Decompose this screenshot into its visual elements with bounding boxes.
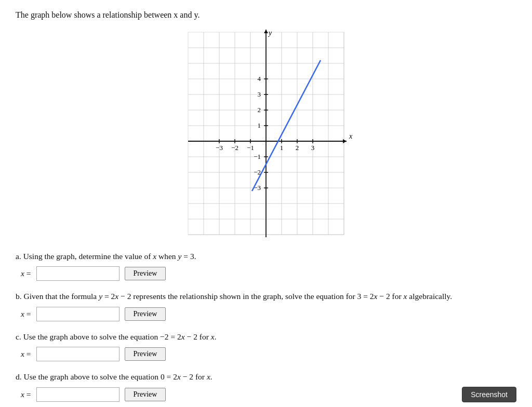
svg-text:−1: −1	[254, 153, 261, 160]
question-d-text: d. Use the graph above to solve the equa…	[16, 371, 516, 383]
svg-text:x: x	[349, 132, 353, 140]
question-d-answer-row: x = Preview Screenshot	[21, 387, 516, 402]
question-c-text: c. Use the graph above to solve the equa…	[16, 331, 516, 343]
question-a-input[interactable]	[36, 266, 119, 281]
question-d-input[interactable]	[36, 387, 119, 402]
svg-text:−3: −3	[216, 144, 223, 152]
svg-text:1: 1	[258, 121, 261, 129]
question-a-answer-row: x = Preview	[21, 266, 516, 281]
svg-text:1: 1	[280, 144, 284, 152]
question-b-block: b. Given that the formula y = 2x − 2 rep…	[16, 290, 516, 321]
svg-text:2: 2	[296, 144, 299, 152]
svg-text:2: 2	[258, 106, 261, 114]
question-a-text: a. Using the graph, determine the value …	[16, 250, 516, 262]
question-b-preview-button[interactable]: Preview	[125, 307, 166, 321]
question-b-input[interactable]	[36, 307, 119, 321]
screenshot-button[interactable]: Screenshot	[462, 387, 516, 402]
question-d-block: d. Use the graph above to solve the equa…	[16, 371, 516, 402]
question-c-input[interactable]	[36, 347, 119, 361]
question-c-block: c. Use the graph above to solve the equa…	[16, 331, 516, 361]
question-c-preview-button[interactable]: Preview	[125, 347, 166, 361]
question-d-preview-button[interactable]: Preview	[125, 388, 166, 401]
question-b-x-eq: x =	[21, 309, 31, 319]
question-c-answer-row: x = Preview	[21, 347, 516, 361]
question-b-text: b. Given that the formula y = 2x − 2 rep…	[16, 290, 516, 302]
svg-text:4: 4	[258, 75, 261, 83]
question-a-preview-button[interactable]: Preview	[125, 267, 166, 280]
svg-marker-25	[264, 30, 268, 33]
svg-text:−2: −2	[231, 144, 238, 152]
question-d-x-eq: x =	[21, 390, 31, 399]
svg-text:3: 3	[311, 144, 315, 152]
svg-text:y: y	[268, 29, 272, 37]
question-a-block: a. Using the graph, determine the value …	[16, 250, 516, 281]
intro-text: The graph below shows a relationship bet…	[16, 10, 516, 20]
question-b-answer-row: x = Preview	[21, 307, 516, 321]
svg-text:−1: −1	[247, 144, 254, 152]
question-c-x-eq: x =	[21, 349, 31, 359]
svg-marker-23	[343, 139, 347, 143]
graph-container: −3 −2 −1 1 2 3 1 2 3 4 −1 −2 −3 x y	[16, 27, 516, 240]
question-a-x-eq: x =	[21, 269, 31, 278]
svg-text:3: 3	[258, 90, 261, 98]
svg-text:−2: −2	[254, 168, 261, 176]
